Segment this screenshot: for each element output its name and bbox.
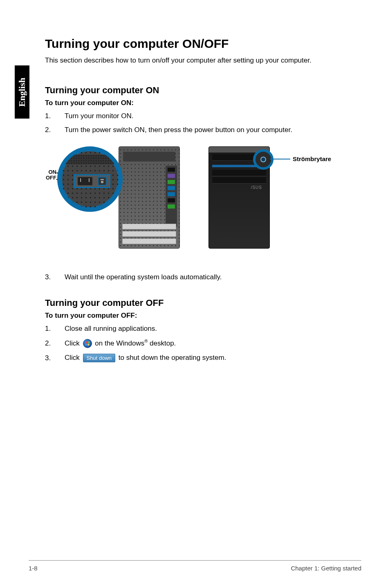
step-text: Wait until the operating system loads au… bbox=[65, 273, 361, 281]
list-item: 1. Turn your monitor ON. bbox=[45, 112, 361, 120]
text-fragment: Click bbox=[65, 339, 82, 347]
io-block bbox=[166, 166, 177, 227]
step-text: Turn the power switch ON, then press the… bbox=[65, 126, 361, 134]
io-port-icon bbox=[168, 168, 175, 172]
io-port-icon bbox=[168, 174, 175, 178]
list-item: 2. Turn the power switch ON, then press … bbox=[45, 126, 361, 134]
off-steps-list: 1. Close all running applications. 2. Cl… bbox=[45, 325, 361, 362]
intro-text: This section describes how to turn on/of… bbox=[45, 56, 361, 65]
expansion-slot bbox=[122, 238, 176, 244]
text-fragment: Click bbox=[65, 354, 82, 361]
power-button-callout: Strömbrytare bbox=[293, 155, 331, 162]
magnifier-icon bbox=[253, 149, 273, 170]
onoff-label: ON OFF bbox=[45, 169, 56, 181]
language-label: English bbox=[17, 78, 27, 107]
step-number: 1. bbox=[45, 112, 65, 120]
expansion-slot bbox=[122, 224, 176, 229]
drive-bay bbox=[212, 170, 266, 176]
section-off: Turning your computer OFF To turn your c… bbox=[45, 298, 361, 362]
windows-start-icon bbox=[83, 339, 92, 348]
page-footer: 1-8 Chapter 1: Getting started bbox=[29, 560, 361, 572]
psu-closeup bbox=[65, 155, 114, 164]
figure-rear-panel: ON OFF bbox=[45, 146, 180, 253]
text-fragment: desktop. bbox=[148, 339, 176, 347]
step-number: 3. bbox=[45, 354, 65, 362]
step-number: 1. bbox=[45, 325, 65, 333]
language-tab: English bbox=[15, 65, 29, 119]
io-port-icon bbox=[168, 180, 175, 184]
step-text: Click on the Windows® desktop. bbox=[65, 339, 361, 348]
step-number: 2. bbox=[45, 126, 65, 134]
io-port-icon bbox=[168, 198, 175, 202]
windows-flag-icon bbox=[85, 341, 90, 346]
content-area: Turning your computer ON/OFF This sectio… bbox=[45, 37, 361, 362]
on-steps-list: 1. Turn your monitor ON. 2. Turn the pow… bbox=[45, 112, 361, 134]
power-button-icon bbox=[260, 157, 266, 162]
step-number: 3. bbox=[45, 273, 65, 281]
page: English Turning your computer ON/OFF Thi… bbox=[0, 0, 390, 588]
list-item: 3. Wait until the operating system loads… bbox=[45, 273, 361, 281]
section-on-heading: Turning your computer ON bbox=[45, 85, 361, 96]
on-steps-list-continued: 3. Wait until the operating system loads… bbox=[45, 273, 361, 281]
io-port-icon bbox=[168, 192, 175, 196]
text-fragment: to shut down the operating system. bbox=[119, 354, 226, 361]
step-text: Turn your monitor ON. bbox=[65, 112, 361, 120]
figure-row: ON OFF bbox=[45, 146, 361, 253]
computer-tower-front: /SUS bbox=[208, 146, 270, 249]
list-item: 3. Click Shut down to shut down the oper… bbox=[45, 354, 361, 362]
text-fragment: on the Windows bbox=[95, 339, 144, 347]
figure-front-panel: /SUS Strömbrytare bbox=[208, 146, 343, 253]
list-item: 1. Close all running applications. bbox=[45, 325, 361, 333]
chapter-label: Chapter 1: Getting started bbox=[291, 565, 361, 572]
step-text: Close all running applications. bbox=[65, 325, 361, 333]
shutdown-button-icon: Shut down bbox=[83, 354, 115, 362]
brand-logo: /SUS bbox=[251, 185, 262, 190]
off-label: OFF bbox=[45, 175, 56, 181]
drive-bay bbox=[212, 177, 266, 184]
step-text: Click Shut down to shut down the operati… bbox=[65, 354, 361, 362]
toggle-switch-icon bbox=[98, 177, 107, 186]
computer-tower-rear bbox=[119, 146, 180, 249]
list-item: 2. Click on the Windows® desktop. bbox=[45, 339, 361, 348]
magnifier-icon bbox=[57, 146, 123, 212]
section-on-subhead: To turn your computer ON: bbox=[45, 99, 361, 107]
step-number: 2. bbox=[45, 339, 65, 348]
toggle-off-icon bbox=[101, 181, 103, 183]
io-port-icon bbox=[168, 186, 175, 190]
expansion-slot bbox=[122, 231, 176, 237]
section-off-subhead: To turn your computer OFF: bbox=[45, 312, 361, 320]
section-off-heading: Turning your computer OFF bbox=[45, 298, 361, 308]
page-title: Turning your computer ON/OFF bbox=[45, 37, 361, 51]
io-port-icon bbox=[168, 204, 175, 209]
page-number: 1-8 bbox=[29, 565, 38, 572]
power-switch bbox=[74, 174, 110, 188]
toggle-on-icon bbox=[101, 179, 104, 180]
psu-area bbox=[123, 152, 175, 162]
on-label: ON bbox=[45, 169, 56, 175]
rocker-switch-icon bbox=[78, 177, 92, 185]
callout-line bbox=[270, 159, 290, 159]
